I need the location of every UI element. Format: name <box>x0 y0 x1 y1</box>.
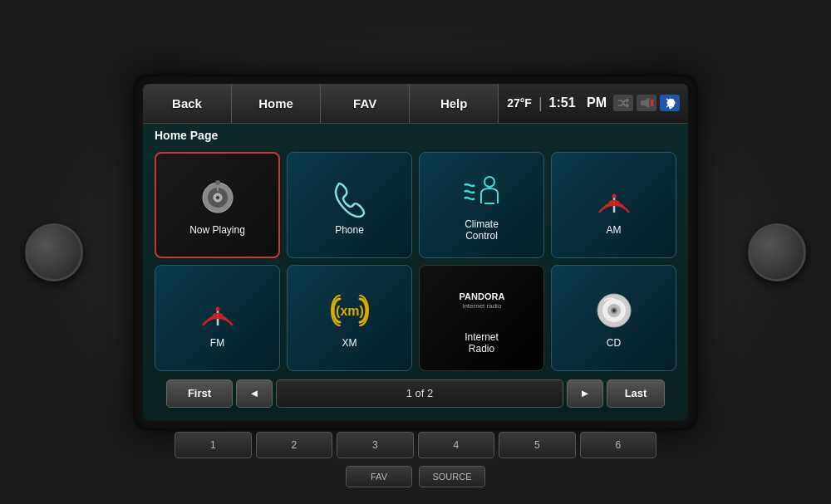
svg-text:internet radio: internet radio <box>462 302 501 310</box>
svg-point-8 <box>216 196 219 199</box>
climate-icon <box>457 169 507 215</box>
fav-button[interactable]: FAV <box>321 84 410 123</box>
page-title: Home Page <box>155 129 218 142</box>
back-button[interactable]: Back <box>143 84 232 123</box>
svg-point-11 <box>484 177 494 187</box>
temperature-display: 27°F <box>507 96 532 110</box>
shuffle-icon <box>613 95 633 111</box>
fav-btn[interactable]: FAV <box>346 466 412 487</box>
next-page-button[interactable]: ► <box>567 379 603 408</box>
num-btn-5[interactable]: 5 <box>499 432 576 458</box>
screen-bezel: Back Home FAV Help 27°F | 1:51 <box>133 74 698 431</box>
help-button[interactable]: Help <box>410 84 499 123</box>
tile-xm-label: XM <box>342 337 357 349</box>
now-playing-icon <box>193 175 243 221</box>
time-display: 1:51 PM <box>549 95 607 110</box>
bluetooth-icon: ⬣ <box>660 95 680 111</box>
am-icon <box>589 175 639 221</box>
number-buttons-row: 1 2 3 4 5 6 <box>175 432 656 458</box>
tile-now-playing-label: Now Playing <box>189 224 245 236</box>
main-content: Now Playing Phone <box>143 147 688 421</box>
tile-now-playing[interactable]: Now Playing <box>155 152 280 258</box>
icon-grid: Now Playing Phone <box>155 152 676 371</box>
tile-climate[interactable]: Climate Control <box>419 152 544 258</box>
main-screen: Back Home FAV Help 27°F | 1:51 <box>143 84 688 421</box>
tile-cd-label: CD <box>607 337 621 349</box>
mute-icon <box>637 95 656 111</box>
tune-knob[interactable] <box>748 223 806 281</box>
tile-phone[interactable]: Phone <box>287 152 412 258</box>
tile-internet-radio-label: Internet Radio <box>465 331 499 355</box>
num-btn-3[interactable]: 3 <box>337 432 414 458</box>
prev-page-button[interactable]: ◄ <box>236 379 273 408</box>
fav-source-row: FAV SOURCE <box>346 466 485 487</box>
nav-right-area: 27°F | 1:51 PM <box>499 84 688 123</box>
svg-point-16 <box>215 307 219 311</box>
fm-icon <box>193 288 243 334</box>
tile-cd[interactable]: CD <box>551 265 676 371</box>
tile-climate-label: Climate Control <box>465 218 499 242</box>
tile-internet-radio[interactable]: PANDORA internet radio Internet Radio <box>419 265 544 371</box>
page-title-bar: Home Page <box>143 124 688 147</box>
num-btn-4[interactable]: 4 <box>418 432 495 458</box>
tile-phone-label: Phone <box>335 224 364 236</box>
svg-text:PANDORA: PANDORA <box>459 291 504 301</box>
pandora-icon: PANDORA internet radio <box>457 282 507 328</box>
svg-point-24 <box>612 309 616 312</box>
svg-point-10 <box>215 180 220 185</box>
source-btn[interactable]: SOURCE <box>419 466 485 487</box>
first-page-button[interactable]: First <box>166 379 233 408</box>
num-btn-2[interactable]: 2 <box>256 432 333 458</box>
volume-knob[interactable] <box>25 223 83 281</box>
cd-icon <box>589 288 639 334</box>
tile-xm[interactable]: (xm) XM <box>287 265 412 371</box>
status-icons: ⬣ <box>613 95 680 111</box>
divider: | <box>538 95 543 112</box>
pagination-bar: First ◄ 1 of 2 ► Last <box>166 378 665 409</box>
home-button[interactable]: Home <box>232 84 321 123</box>
svg-rect-0 <box>641 100 644 105</box>
tile-am[interactable]: AM <box>551 152 676 258</box>
svg-marker-1 <box>644 98 649 108</box>
last-page-button[interactable]: Last <box>607 379 665 408</box>
nav-bar: Back Home FAV Help 27°F | 1:51 <box>143 84 688 124</box>
svg-text:(xm): (xm) <box>336 304 364 318</box>
num-btn-1[interactable]: 1 <box>175 432 252 458</box>
svg-point-14 <box>612 194 616 198</box>
tile-fm[interactable]: FM <box>155 265 280 371</box>
phone-icon <box>325 175 375 221</box>
num-btn-6[interactable]: 6 <box>580 432 657 458</box>
tile-am-label: AM <box>607 224 622 236</box>
page-indicator: 1 of 2 <box>276 379 563 408</box>
car-frame: Back Home FAV Help 27°F | 1:51 <box>0 0 831 504</box>
xm-icon: (xm) <box>325 288 375 334</box>
tile-fm-label: FM <box>210 337 224 349</box>
